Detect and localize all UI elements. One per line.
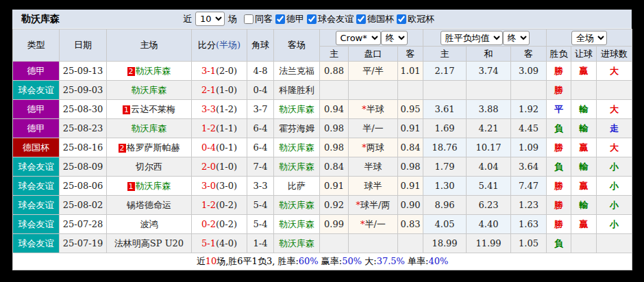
crown-home-odds: 0.98 — [320, 138, 349, 157]
match-type: 德甲 — [13, 100, 60, 119]
result-spread: 贏 — [571, 138, 597, 157]
stats-part: 赢率: — [319, 256, 343, 266]
result-wdl: 勝 — [547, 196, 571, 215]
avg-lose-odds: 3.09 — [511, 62, 547, 81]
avg-final-select[interactable]: 终 — [503, 31, 530, 45]
competition-checkbox[interactable] — [397, 14, 406, 24]
avg-draw-odds: 11.99 — [467, 234, 511, 253]
away-team-name: 科隆胜利 — [279, 85, 314, 95]
avg-win-odds: 18.76 — [423, 138, 467, 157]
result-wdl-value: 勝 — [554, 181, 563, 191]
crown-away-odds — [398, 81, 423, 100]
match-type: 球会友谊 — [13, 234, 60, 253]
fulltime-score: 3-1 — [201, 66, 216, 76]
result-wdl: 勝 — [547, 62, 571, 81]
result-spread-value: 輸 — [580, 104, 589, 114]
handicap-name: 半球 — [364, 162, 382, 172]
score: 3-3(1-2) — [192, 100, 247, 119]
avg-lose-odds: 4.45 — [511, 119, 547, 138]
bookmaker-select[interactable]: Crow* — [336, 31, 381, 45]
fulltime-score: 0-4 — [201, 142, 216, 153]
half-score-toggle[interactable]: (半场) — [216, 40, 240, 50]
avg-lose-odds: 1.05 — [511, 234, 547, 253]
match-type: 球会友谊 — [13, 196, 60, 215]
crown-away-odds: 0.98 — [398, 157, 423, 177]
competition-checkbox[interactable] — [275, 14, 285, 24]
recent-count-select[interactable]: 10 — [195, 12, 225, 26]
result-wdl: 勝 — [547, 81, 571, 100]
rank-badge: 1 — [123, 105, 130, 114]
crown-away-odds: 0.91 — [398, 119, 423, 138]
avg-win-odds: 2.17 — [423, 62, 467, 81]
result-spread — [571, 81, 597, 100]
score: 0-4(0-1) — [192, 138, 247, 157]
away-team-name: 法兰克福 — [279, 66, 314, 76]
halftime-score: (0-2) — [216, 219, 237, 229]
result-wdl-value: 負 — [554, 238, 563, 248]
score-label: 比分 — [198, 40, 216, 50]
away-team: 法兰克福 — [274, 62, 320, 81]
handicap-name: 半/一 — [362, 123, 383, 133]
away-team-name: 勒沃库森 — [279, 200, 314, 210]
result-spread-value: 輸 — [580, 123, 589, 133]
filter-dfb-pokal[interactable]: 德国杯 — [356, 13, 394, 25]
match-date: 25-08-09 — [60, 157, 107, 177]
avg-win-odds: 1.30 — [423, 177, 467, 196]
competition-checkbox[interactable] — [356, 14, 366, 24]
filter-club-friendly[interactable]: 球会友谊 — [307, 13, 354, 25]
crown-final-select[interactable]: 终 — [381, 31, 408, 45]
col-avg-lose: 客 — [511, 47, 547, 62]
handicap — [349, 81, 398, 100]
avg-odds-select[interactable]: 胜平负均值 — [441, 31, 503, 45]
match-date: 25-08-02 — [60, 196, 107, 215]
home-team: 2勒沃库森 — [107, 62, 192, 81]
home-team-name: 云达不莱梅 — [131, 104, 175, 114]
fulltime-score: 1-2 — [201, 200, 216, 210]
home-team-name: 格罗萨斯帕赫 — [127, 142, 180, 153]
avg-select-group: 胜平负均值终 — [423, 29, 547, 47]
crown-away-odds — [398, 234, 423, 253]
handicap-name: 球半/两 — [360, 200, 390, 210]
stats-part: 37.5% — [377, 256, 405, 266]
match-type: 球会友谊 — [13, 157, 60, 177]
result-spread: 贏 — [571, 215, 597, 234]
halftime-score: (1-0) — [216, 85, 237, 95]
table-row: 德甲25-08-301云达不莱梅3-3(1-2)3-7勒沃库森0.94*半球0.… — [13, 100, 632, 119]
filter-label: 德国杯 — [367, 13, 394, 25]
screenshot-frame: 勒沃库森 近 10 场 同客 德甲 球会友谊 德 — [0, 0, 644, 282]
crown-away-odds: 0.90 — [398, 196, 423, 215]
home-team: 切尔西 — [107, 157, 192, 177]
handicap: *半/一 — [349, 215, 398, 234]
avg-draw-odds: 3.88 — [467, 100, 511, 119]
match-date: 25-07-19 — [60, 234, 107, 253]
filter-champions-league[interactable]: 欧冠杯 — [397, 13, 434, 25]
score: 3-0(3-0) — [192, 177, 247, 196]
col-result-wdl: 胜负 — [547, 47, 571, 62]
result-goals — [597, 81, 632, 100]
avg-draw-odds — [467, 81, 511, 100]
match-type: 德国杯 — [13, 138, 60, 157]
result-goals-value: 小 — [610, 200, 619, 210]
match-date: 25-08-23 — [60, 119, 107, 138]
avg-lose-odds: 1.92 — [511, 100, 547, 119]
crown-home-odds: 0.88 — [320, 62, 349, 81]
competition-checkbox[interactable] — [307, 14, 317, 24]
halftime-score: (1-0) — [216, 162, 237, 172]
score: 2-0(1-0) — [192, 157, 247, 177]
match-date: 25-08-06 — [60, 177, 107, 196]
col-corner: 角球 — [247, 29, 274, 62]
filter-bundesliga[interactable]: 德甲 — [275, 13, 304, 25]
crown-home-odds: 0.99 — [320, 215, 349, 234]
stats-part: 场,胜6平1负3, 胜率: — [216, 256, 299, 266]
result-wdl: 勝 — [547, 177, 571, 196]
same-away-checkbox[interactable] — [244, 14, 253, 24]
match-type: 球会友谊 — [13, 177, 60, 196]
scope-select[interactable]: 全场 — [571, 31, 607, 45]
games-label: 场 — [228, 13, 237, 25]
col-home: 主场 — [107, 29, 192, 62]
home-team: 勒沃库森 — [107, 119, 192, 138]
result-goals: 小 — [597, 157, 632, 177]
home-team-name: 勒沃库森 — [132, 85, 167, 95]
away-team-name: 勒沃库森 — [279, 162, 314, 172]
result-wdl: 負 — [547, 234, 571, 253]
